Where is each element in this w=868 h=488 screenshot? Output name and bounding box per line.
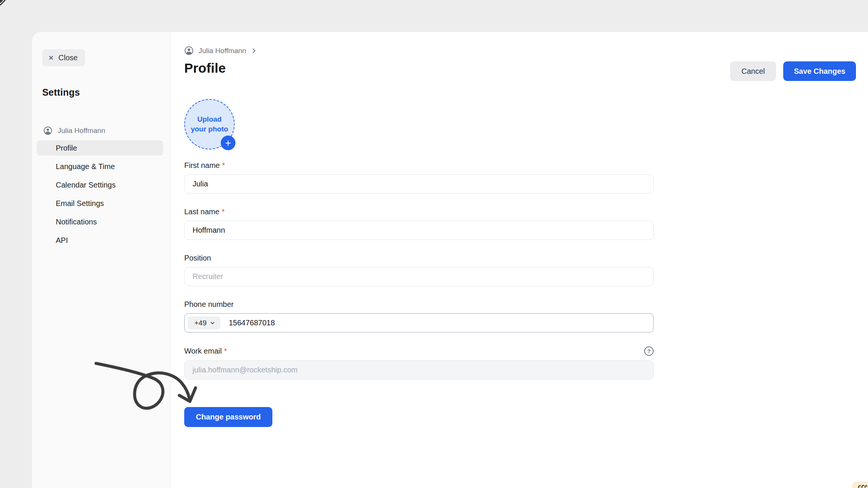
- required-mark: *: [222, 161, 225, 170]
- settings-panel: ✕ Close Settings Julia Hoffmann Profile …: [32, 32, 868, 488]
- breadcrumb-user-name: Julia Hoffmann: [199, 47, 246, 55]
- email-label: Work email *: [184, 347, 227, 355]
- sidebar-user-name: Julia Hoffmann: [58, 127, 105, 135]
- field-label-text: Last name: [184, 207, 219, 216]
- help-icon[interactable]: ?: [644, 346, 654, 356]
- save-changes-button[interactable]: Save Changes: [783, 61, 856, 81]
- sidebar-user: Julia Hoffmann: [32, 126, 170, 140]
- country-code-select[interactable]: +49: [188, 316, 220, 329]
- position-field-group: Position: [184, 254, 654, 286]
- screen-corner-artifact: [0, 0, 7, 7]
- sidebar-item-label: Language & Time: [56, 162, 115, 171]
- field-label-text: First name: [184, 161, 220, 170]
- field-label-text: Work email: [184, 347, 222, 355]
- phone-field-group: Phone number +49: [184, 300, 654, 332]
- header-actions: Cancel Save Changes: [730, 61, 856, 81]
- first-name-input[interactable]: [184, 174, 654, 194]
- breadcrumb[interactable]: Julia Hoffmann: [184, 46, 257, 55]
- cancel-button[interactable]: Cancel: [730, 61, 776, 81]
- upload-photo-label: Upload your photo: [189, 114, 230, 134]
- plus-icon: +: [225, 137, 231, 149]
- photo-upload: Upload your photo +: [184, 99, 237, 152]
- sidebar-item-label: Email Settings: [56, 199, 104, 208]
- sidebar-item-profile[interactable]: Profile: [37, 140, 163, 156]
- sidebar-item-language-time[interactable]: Language & Time: [37, 159, 163, 174]
- sidebar-item-email-settings[interactable]: Email Settings: [37, 196, 163, 211]
- work-email-input: [184, 360, 654, 380]
- user-avatar-icon: [43, 126, 52, 135]
- close-button[interactable]: ✕ Close: [42, 49, 85, 66]
- user-avatar-icon: [184, 46, 194, 55]
- last-name-label: Last name *: [184, 207, 654, 216]
- first-name-field-group: First name *: [184, 161, 654, 194]
- country-code-value: +49: [194, 319, 206, 327]
- field-label-text: Phone number: [184, 300, 234, 309]
- add-photo-button[interactable]: +: [221, 136, 235, 150]
- phone-input-box: +49: [184, 313, 654, 332]
- sidebar-item-label: Calendar Settings: [56, 181, 116, 189]
- first-name-label: First name *: [184, 161, 654, 170]
- profile-content: Julia Hoffmann Profile Cancel Save Chang…: [171, 32, 868, 488]
- email-label-row: Work email * ?: [184, 346, 654, 356]
- email-field-group: Work email * ?: [184, 346, 654, 380]
- chevron-down-icon: [210, 320, 215, 326]
- sidebar-item-api[interactable]: API: [37, 233, 163, 248]
- position-input[interactable]: [184, 267, 654, 286]
- settings-heading: Settings: [42, 87, 80, 98]
- required-mark: *: [222, 207, 225, 216]
- last-name-field-group: Last name *: [184, 207, 654, 240]
- chevron-right-icon: [251, 48, 257, 54]
- sidebar-item-notifications[interactable]: Notifications: [37, 214, 163, 229]
- help-glyph: ?: [647, 348, 651, 354]
- close-icon: ✕: [48, 55, 54, 61]
- position-label: Position: [184, 254, 654, 262]
- phone-number-input[interactable]: [220, 314, 653, 332]
- change-password-button[interactable]: Change password: [184, 407, 272, 427]
- settings-sidebar: ✕ Close Settings Julia Hoffmann Profile …: [32, 32, 171, 488]
- required-mark: *: [224, 347, 227, 355]
- peach-badge: [852, 482, 868, 488]
- sidebar-item-calendar-settings[interactable]: Calendar Settings: [37, 177, 163, 192]
- field-label-text: Position: [184, 254, 211, 262]
- settings-nav: Julia Hoffmann Profile Language & Time C…: [32, 126, 170, 251]
- profile-form: First name * Last name * Position: [184, 161, 654, 393]
- phone-label: Phone number: [184, 300, 654, 309]
- page-title: Profile: [184, 61, 226, 76]
- badge-glyph-icon: [857, 483, 867, 488]
- close-button-label: Close: [58, 53, 78, 62]
- sidebar-item-label: API: [56, 236, 68, 245]
- last-name-input[interactable]: [184, 221, 654, 240]
- sidebar-item-label: Profile: [56, 144, 77, 152]
- sidebar-item-label: Notifications: [56, 218, 97, 226]
